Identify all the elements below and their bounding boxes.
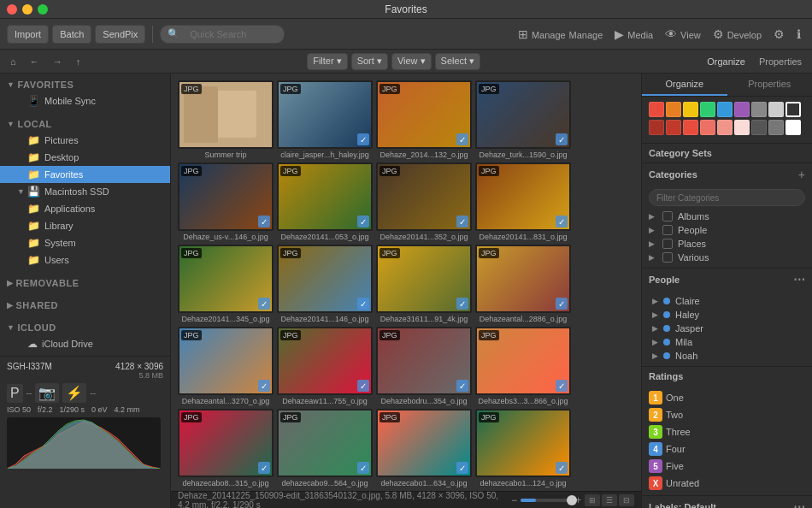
sidebar-item-pictures[interactable]: 📁 Pictures: [0, 132, 170, 149]
image-cell-dehaze_345[interactable]: ✓JPGDehaze20141...345_o.jpg: [178, 245, 274, 323]
fullscreen-button[interactable]: [38, 4, 48, 15]
sendpix-button[interactable]: SendPix: [95, 25, 145, 44]
image-cell-dehazeantal_3270[interactable]: ✓JPGDehazeantal...3270_o.jpg: [178, 327, 274, 405]
sidebar-item-users[interactable]: 📁 Users: [0, 251, 170, 269]
image-cell-dehazebodru[interactable]: ✓JPGDehazebodru...354_o.jpg: [376, 327, 472, 405]
swatch-red2[interactable]: [683, 120, 698, 135]
swatch-crimson[interactable]: [666, 120, 681, 135]
people-header[interactable]: People ⋯: [642, 269, 812, 291]
sidebar-item-icloud-drive[interactable]: ☁ iCloud Drive: [0, 335, 170, 352]
sidebar-item-favorites[interactable]: 📁 Favorites: [0, 166, 170, 183]
nav-back[interactable]: ←: [25, 55, 44, 68]
organize-tab[interactable]: Organize: [702, 55, 750, 68]
filter-button[interactable]: Filter ▾: [307, 53, 348, 70]
labels-expand[interactable]: ⋯: [793, 500, 805, 508]
image-cell-dehaze_146[interactable]: ✓JPGDehaze20141...146_o.jpg: [277, 245, 373, 323]
sidebar-item-library[interactable]: 📁 Library: [0, 217, 170, 234]
labels-header[interactable]: Labels: Default ⋯: [642, 496, 812, 508]
rating-item[interactable]: 1One: [649, 389, 805, 406]
categories-filter-input[interactable]: [649, 189, 805, 206]
view-button[interactable]: 👁 View: [661, 26, 705, 43]
swatch-darkred[interactable]: [649, 120, 664, 135]
image-cell-dehazebs3[interactable]: ✓JPGDehazebs3...3...866_o.jpg: [475, 327, 571, 405]
people-expand[interactable]: ⋯: [793, 273, 805, 286]
swatch-pink[interactable]: [717, 120, 733, 135]
swatch-black[interactable]: [786, 102, 801, 117]
image-cell-dehaze_us[interactable]: ✓JPGDehaze_us-v...146_o.jpg: [178, 162, 274, 241]
image-cell-dehazeaw11[interactable]: ✓JPGDehazeaw11...755_o.jpg: [277, 327, 373, 405]
media-button[interactable]: ▶ Media: [610, 26, 657, 43]
icloud-header[interactable]: ▼ iCloud: [0, 320, 170, 335]
image-cell-dehazeantal_2886[interactable]: ✓JPGDehazeantal...2886_o.jpg: [475, 245, 571, 323]
shared-header[interactable]: ▶ Shared: [0, 298, 170, 313]
sidebar-item-desktop[interactable]: 📁 Desktop: [0, 149, 170, 166]
image-cell-summer_trip[interactable]: JPGSummer trip: [178, 80, 274, 159]
swatch-green[interactable]: [700, 102, 715, 117]
swatch-midgray[interactable]: [768, 120, 784, 135]
image-cell-dehaze_2014_132[interactable]: ✓JPGDehaze_2014...132_o.jpg: [376, 80, 472, 159]
detail-view-button[interactable]: ⊟: [619, 494, 634, 506]
local-header[interactable]: ▼ Local: [0, 116, 170, 132]
removable-header[interactable]: ▶ Removable: [0, 275, 170, 291]
close-button[interactable]: [7, 4, 17, 15]
swatch-gray[interactable]: [751, 102, 767, 117]
category-places[interactable]: ▶ Places: [649, 237, 805, 251]
develop-button[interactable]: ⚙ Develop: [709, 26, 766, 43]
checkbox-places[interactable]: [662, 239, 673, 249]
rating-item[interactable]: 3Three: [649, 423, 805, 440]
batch-button[interactable]: Batch: [52, 25, 91, 44]
category-albums[interactable]: ▶ Albums: [649, 210, 805, 223]
sidebar-item-applications[interactable]: 📁 Applications: [0, 200, 170, 217]
image-cell-dehaze_352[interactable]: ✓JPGDehaze20141...352_o.jpg: [376, 162, 472, 241]
person-item[interactable]: ▶Claire: [649, 294, 805, 308]
sidebar-item-macintosh[interactable]: ▼ 💾 Macintosh SSD: [0, 183, 170, 200]
rating-item[interactable]: 2Two: [649, 406, 805, 423]
swatch-white2[interactable]: [786, 120, 801, 135]
settings-button[interactable]: ⚙: [769, 26, 789, 43]
category-people[interactable]: ▶ People: [649, 223, 805, 237]
search-input[interactable]: [183, 25, 277, 44]
image-cell-claire_jasper[interactable]: ✓JPGclaire_jasper...h_haley.jpg: [277, 80, 373, 159]
categories-header[interactable]: Categories +: [642, 163, 812, 186]
person-item[interactable]: ▶Mila: [649, 335, 805, 349]
sidebar-item-system[interactable]: 📁 System: [0, 234, 170, 251]
swatch-purple[interactable]: [734, 102, 750, 117]
swatch-darkgray[interactable]: [751, 120, 767, 135]
tab-properties[interactable]: Properties: [727, 74, 813, 96]
swatch-white[interactable]: [768, 102, 784, 117]
swatch-red[interactable]: [649, 102, 664, 117]
image-cell-dehaze_831[interactable]: ✓JPGDehaze20141...831_o.jpg: [475, 162, 571, 241]
image-cell-dehazecabo1_124[interactable]: ✓JPGdehazecabo1...124_o.jpg: [475, 409, 571, 487]
info-button[interactable]: ℹ: [792, 26, 805, 43]
checkbox-albums[interactable]: [662, 211, 673, 222]
tab-organize[interactable]: Organize: [642, 74, 727, 96]
image-cell-dehazecabo8[interactable]: ✓JPGdehazecabo8...315_o.jpg: [178, 409, 274, 487]
category-various[interactable]: ▶ Various: [649, 251, 805, 264]
favorites-header[interactable]: ▼ Favorites: [0, 77, 170, 92]
swatch-salmon[interactable]: [700, 120, 715, 135]
sidebar-item-mobile-sync[interactable]: 📱 Mobile Sync: [0, 92, 170, 109]
image-cell-dehazecabo9[interactable]: ✓JPGdehazecabo9...564_o.jpg: [277, 409, 373, 487]
select-button[interactable]: Select ▾: [435, 53, 481, 70]
nav-up[interactable]: ↑: [71, 55, 86, 68]
zoom-out-button[interactable]: −: [511, 494, 517, 506]
properties-tab[interactable]: Properties: [754, 55, 807, 68]
manage-button[interactable]: ⊞ Manage Manage: [514, 26, 607, 43]
zoom-slider[interactable]: [521, 499, 572, 502]
swatch-orange[interactable]: [666, 102, 681, 117]
swatch-blue[interactable]: [717, 102, 733, 117]
image-cell-dehaze_2014_053[interactable]: ✓JPGDehaze20141...053_o.jpg: [277, 162, 373, 241]
checkbox-people[interactable]: [662, 225, 673, 235]
category-sets-header[interactable]: Category Sets: [642, 144, 812, 162]
swatch-yellow[interactable]: [683, 102, 698, 117]
minimize-button[interactable]: [22, 4, 32, 15]
view-dropdown[interactable]: View ▾: [391, 53, 432, 70]
grid-view-button[interactable]: ⊞: [585, 494, 600, 506]
import-button[interactable]: Import: [7, 25, 49, 44]
nav-forward[interactable]: →: [48, 55, 68, 68]
rating-item[interactable]: 5Five: [649, 458, 805, 475]
rating-item[interactable]: 4Four: [649, 440, 805, 458]
home-button[interactable]: ⌂: [5, 55, 21, 68]
swatch-lightpink[interactable]: [734, 120, 750, 135]
rating-item[interactable]: XUnrated: [649, 475, 805, 492]
